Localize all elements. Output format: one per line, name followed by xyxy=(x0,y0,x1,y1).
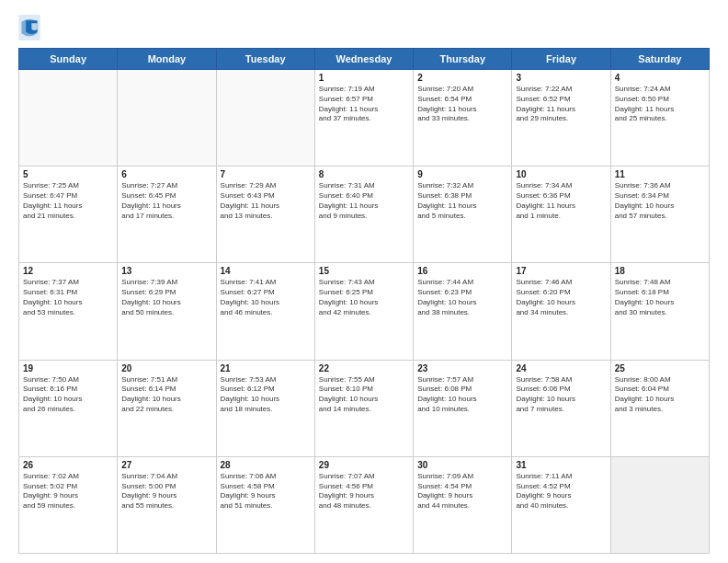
calendar-cell: 15Sunrise: 7:43 AM Sunset: 6:25 PM Dayli… xyxy=(314,263,413,360)
logo-icon xyxy=(18,15,40,40)
calendar-cell: 6Sunrise: 7:27 AM Sunset: 6:45 PM Daylig… xyxy=(118,167,216,263)
calendar-cell: 19Sunrise: 7:50 AM Sunset: 6:16 PM Dayli… xyxy=(19,360,118,456)
day-info: Sunrise: 7:41 AM Sunset: 6:27 PM Dayligh… xyxy=(221,278,311,317)
day-info: Sunrise: 7:02 AM Sunset: 5:02 PM Dayligh… xyxy=(23,472,113,511)
day-number: 22 xyxy=(319,363,409,373)
day-info: Sunrise: 7:32 AM Sunset: 6:38 PM Dayligh… xyxy=(417,181,507,221)
day-info: Sunrise: 7:07 AM Sunset: 4:56 PM Dayligh… xyxy=(319,472,409,511)
day-number: 10 xyxy=(516,169,606,179)
week-row-3: 12Sunrise: 7:37 AM Sunset: 6:31 PM Dayli… xyxy=(19,263,710,360)
day-info: Sunrise: 7:44 AM Sunset: 6:23 PM Dayligh… xyxy=(417,278,507,317)
calendar-cell: 3Sunrise: 7:22 AM Sunset: 6:52 PM Daylig… xyxy=(512,70,610,167)
day-info: Sunrise: 7:06 AM Sunset: 4:58 PM Dayligh… xyxy=(221,472,311,511)
day-number: 8 xyxy=(319,169,409,179)
calendar-cell: 9Sunrise: 7:32 AM Sunset: 6:38 PM Daylig… xyxy=(414,167,512,263)
weekday-header-row: SundayMondayTuesdayWednesdayThursdayFrid… xyxy=(19,49,710,70)
day-info: Sunrise: 8:00 AM Sunset: 6:04 PM Dayligh… xyxy=(615,375,705,415)
day-number: 18 xyxy=(615,266,705,276)
calendar-cell: 26Sunrise: 7:02 AM Sunset: 5:02 PM Dayli… xyxy=(19,456,118,553)
calendar-cell: 10Sunrise: 7:34 AM Sunset: 6:36 PM Dayli… xyxy=(512,167,610,263)
calendar-cell: 4Sunrise: 7:24 AM Sunset: 6:50 PM Daylig… xyxy=(610,70,709,167)
calendar-cell: 2Sunrise: 7:20 AM Sunset: 6:54 PM Daylig… xyxy=(414,70,512,167)
day-number: 2 xyxy=(417,73,507,83)
day-info: Sunrise: 7:04 AM Sunset: 5:00 PM Dayligh… xyxy=(121,472,211,511)
day-info: Sunrise: 7:48 AM Sunset: 6:18 PM Dayligh… xyxy=(615,278,705,317)
day-number: 15 xyxy=(319,266,409,276)
day-info: Sunrise: 7:29 AM Sunset: 6:43 PM Dayligh… xyxy=(221,181,311,221)
logo xyxy=(18,15,44,40)
day-info: Sunrise: 7:46 AM Sunset: 6:20 PM Dayligh… xyxy=(516,278,606,317)
day-info: Sunrise: 7:27 AM Sunset: 6:45 PM Dayligh… xyxy=(121,181,211,221)
day-info: Sunrise: 7:09 AM Sunset: 4:54 PM Dayligh… xyxy=(417,472,507,511)
week-row-5: 26Sunrise: 7:02 AM Sunset: 5:02 PM Dayli… xyxy=(19,456,710,553)
day-info: Sunrise: 7:50 AM Sunset: 6:16 PM Dayligh… xyxy=(23,375,113,415)
calendar-cell: 24Sunrise: 7:58 AM Sunset: 6:06 PM Dayli… xyxy=(512,360,610,456)
day-info: Sunrise: 7:25 AM Sunset: 6:47 PM Dayligh… xyxy=(23,181,113,221)
day-info: Sunrise: 7:53 AM Sunset: 6:12 PM Dayligh… xyxy=(221,375,311,415)
calendar-cell: 28Sunrise: 7:06 AM Sunset: 4:58 PM Dayli… xyxy=(216,456,314,553)
header xyxy=(18,15,710,40)
day-info: Sunrise: 7:39 AM Sunset: 6:29 PM Dayligh… xyxy=(121,278,211,317)
day-number: 23 xyxy=(417,363,507,373)
day-info: Sunrise: 7:37 AM Sunset: 6:31 PM Dayligh… xyxy=(23,278,113,317)
page: SundayMondayTuesdayWednesdayThursdayFrid… xyxy=(0,0,728,563)
day-info: Sunrise: 7:36 AM Sunset: 6:34 PM Dayligh… xyxy=(615,181,705,221)
day-info: Sunrise: 7:31 AM Sunset: 6:40 PM Dayligh… xyxy=(319,181,409,221)
day-info: Sunrise: 7:20 AM Sunset: 6:54 PM Dayligh… xyxy=(417,85,507,124)
weekday-header-saturday: Saturday xyxy=(610,49,709,70)
day-number: 4 xyxy=(615,73,705,83)
calendar-cell: 1Sunrise: 7:19 AM Sunset: 6:57 PM Daylig… xyxy=(314,70,413,167)
day-info: Sunrise: 7:51 AM Sunset: 6:14 PM Dayligh… xyxy=(121,375,211,415)
day-number: 27 xyxy=(121,460,211,470)
day-number: 20 xyxy=(121,363,211,373)
calendar-cell: 5Sunrise: 7:25 AM Sunset: 6:47 PM Daylig… xyxy=(19,167,118,263)
day-number: 1 xyxy=(319,73,409,83)
calendar-cell: 22Sunrise: 7:55 AM Sunset: 6:10 PM Dayli… xyxy=(314,360,413,456)
day-info: Sunrise: 7:55 AM Sunset: 6:10 PM Dayligh… xyxy=(319,375,409,415)
day-number: 17 xyxy=(516,266,606,276)
calendar-cell: 7Sunrise: 7:29 AM Sunset: 6:43 PM Daylig… xyxy=(216,167,314,263)
week-row-1: 1Sunrise: 7:19 AM Sunset: 6:57 PM Daylig… xyxy=(19,70,710,167)
calendar-cell: 21Sunrise: 7:53 AM Sunset: 6:12 PM Dayli… xyxy=(216,360,314,456)
day-number: 24 xyxy=(516,363,606,373)
day-info: Sunrise: 7:57 AM Sunset: 6:08 PM Dayligh… xyxy=(417,375,507,415)
calendar-cell: 14Sunrise: 7:41 AM Sunset: 6:27 PM Dayli… xyxy=(216,263,314,360)
calendar-cell: 13Sunrise: 7:39 AM Sunset: 6:29 PM Dayli… xyxy=(118,263,216,360)
day-number: 28 xyxy=(221,460,311,470)
calendar-cell: 25Sunrise: 8:00 AM Sunset: 6:04 PM Dayli… xyxy=(610,360,709,456)
weekday-header-thursday: Thursday xyxy=(414,49,512,70)
calendar-cell: 18Sunrise: 7:48 AM Sunset: 6:18 PM Dayli… xyxy=(610,263,709,360)
weekday-header-wednesday: Wednesday xyxy=(314,49,413,70)
day-number: 25 xyxy=(615,363,705,373)
day-number: 6 xyxy=(121,169,211,179)
calendar-cell: 23Sunrise: 7:57 AM Sunset: 6:08 PM Dayli… xyxy=(414,360,512,456)
day-info: Sunrise: 7:34 AM Sunset: 6:36 PM Dayligh… xyxy=(516,181,606,221)
calendar-cell: 16Sunrise: 7:44 AM Sunset: 6:23 PM Dayli… xyxy=(414,263,512,360)
calendar-cell: 8Sunrise: 7:31 AM Sunset: 6:40 PM Daylig… xyxy=(314,167,413,263)
day-number: 12 xyxy=(23,266,113,276)
day-number: 3 xyxy=(516,73,606,83)
day-number: 11 xyxy=(615,169,705,179)
calendar-cell xyxy=(19,70,118,167)
day-number: 26 xyxy=(23,460,113,470)
day-number: 14 xyxy=(221,266,311,276)
calendar-cell: 31Sunrise: 7:11 AM Sunset: 4:52 PM Dayli… xyxy=(512,456,610,553)
day-number: 21 xyxy=(221,363,311,373)
week-row-4: 19Sunrise: 7:50 AM Sunset: 6:16 PM Dayli… xyxy=(19,360,710,456)
weekday-header-tuesday: Tuesday xyxy=(216,49,314,70)
day-number: 13 xyxy=(121,266,211,276)
day-info: Sunrise: 7:11 AM Sunset: 4:52 PM Dayligh… xyxy=(516,472,606,511)
day-number: 29 xyxy=(319,460,409,470)
calendar-cell: 29Sunrise: 7:07 AM Sunset: 4:56 PM Dayli… xyxy=(314,456,413,553)
day-number: 31 xyxy=(516,460,606,470)
weekday-header-monday: Monday xyxy=(118,49,216,70)
weekday-header-sunday: Sunday xyxy=(19,49,118,70)
weekday-header-friday: Friday xyxy=(512,49,610,70)
day-info: Sunrise: 7:58 AM Sunset: 6:06 PM Dayligh… xyxy=(516,375,606,415)
calendar-cell: 27Sunrise: 7:04 AM Sunset: 5:00 PM Dayli… xyxy=(118,456,216,553)
day-info: Sunrise: 7:22 AM Sunset: 6:52 PM Dayligh… xyxy=(516,85,606,124)
day-number: 9 xyxy=(417,169,507,179)
day-number: 5 xyxy=(23,169,113,179)
calendar-cell xyxy=(118,70,216,167)
day-number: 30 xyxy=(417,460,507,470)
